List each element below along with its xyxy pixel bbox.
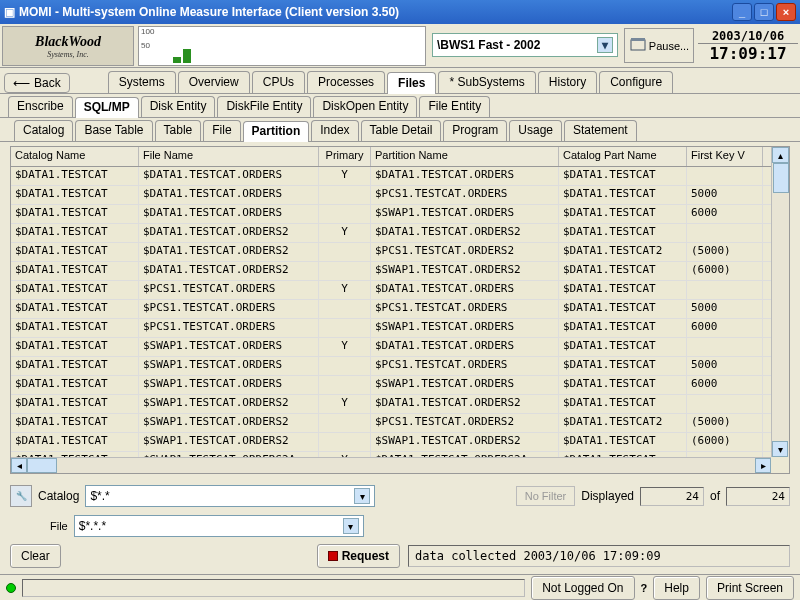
no-filter-button[interactable]: No Filter xyxy=(516,486,576,506)
column-header[interactable]: First Key V xyxy=(687,147,763,166)
table-row[interactable]: $DATA1.TESTCAT$SWAP1.TESTCAT.ORDERSY$DAT… xyxy=(11,338,771,357)
tab-configure[interactable]: Configure xyxy=(599,71,673,93)
table-row[interactable]: $DATA1.TESTCAT$DATA1.TESTCAT.ORDERS2$PCS… xyxy=(11,243,771,262)
back-arrow-icon: ⟵ xyxy=(13,76,30,90)
status-bar xyxy=(22,579,525,597)
svg-rect-1 xyxy=(631,38,645,41)
status-led-icon xyxy=(6,583,16,593)
help-button[interactable]: Help xyxy=(653,576,700,600)
svg-rect-0 xyxy=(631,40,645,50)
table-row[interactable]: $DATA1.TESTCAT$SWAP1.TESTCAT.ORDERS$PCS1… xyxy=(11,357,771,376)
column-header[interactable]: Catalog Part Name xyxy=(559,147,687,166)
catalog-dropdown[interactable]: $*.* ▾ xyxy=(85,485,375,507)
file-dropdown[interactable]: $*.*.* ▾ xyxy=(74,515,364,537)
grid-header: Catalog NameFile NamePrimaryPartition Na… xyxy=(11,147,789,167)
bottom-bar: Not Logged On ? Help Print Screen xyxy=(0,574,800,600)
tab-history[interactable]: History xyxy=(538,71,597,93)
main-tabbar: ⟵ Back SystemsOverviewCPUsProcessesFiles… xyxy=(0,68,800,94)
stop-icon xyxy=(328,551,338,561)
table-row[interactable]: $DATA1.TESTCAT$DATA1.TESTCAT.ORDERS$SWAP… xyxy=(11,205,771,224)
table-row[interactable]: $DATA1.TESTCAT$DATA1.TESTCAT.ORDERS$PCS1… xyxy=(11,186,771,205)
vendor-logo: BlackWood Systems, Inc. xyxy=(2,26,134,66)
tab-cpus[interactable]: CPUs xyxy=(252,71,305,93)
minimize-button[interactable]: _ xyxy=(732,3,752,21)
window-title: MOMI - Multi-system Online Measure Inter… xyxy=(19,5,730,19)
chevron-down-icon[interactable]: ▾ xyxy=(354,488,370,504)
sub-tabbar: EnscribeSQL/MPDisk EntityDiskFile Entity… xyxy=(0,94,800,118)
request-button[interactable]: Request xyxy=(317,544,400,568)
subtab-file-entity[interactable]: File Entity xyxy=(419,96,490,117)
subtab2-partition[interactable]: Partition xyxy=(243,121,310,142)
horizontal-scrollbar[interactable]: ◂ ▸ xyxy=(11,457,771,473)
vertical-scrollbar[interactable]: ▴ ▾ xyxy=(771,147,789,457)
subtab2-usage[interactable]: Usage xyxy=(509,120,562,141)
subtab-diskopen-entity[interactable]: DiskOpen Entity xyxy=(313,96,417,117)
table-row[interactable]: $DATA1.TESTCAT$DATA1.TESTCAT.ORDERSY$DAT… xyxy=(11,167,771,186)
scroll-thumb-h[interactable] xyxy=(27,458,57,473)
tab--subsystems[interactable]: * SubSystems xyxy=(438,71,535,93)
tab-systems[interactable]: Systems xyxy=(108,71,176,93)
scroll-right-icon[interactable]: ▸ xyxy=(755,458,771,473)
help-question-icon[interactable]: ? xyxy=(641,582,648,594)
displayed-count: 24 xyxy=(640,487,704,506)
grid-body[interactable]: $DATA1.TESTCAT$DATA1.TESTCAT.ORDERSY$DAT… xyxy=(11,167,771,457)
column-header[interactable]: Partition Name xyxy=(371,147,559,166)
table-row[interactable]: $DATA1.TESTCAT$PCS1.TESTCAT.ORDERSY$DATA… xyxy=(11,281,771,300)
subtab2-file[interactable]: File xyxy=(203,120,240,141)
tab-files[interactable]: Files xyxy=(387,72,436,94)
pause-button[interactable]: Pause... xyxy=(624,28,694,63)
table-row[interactable]: $DATA1.TESTCAT$DATA1.TESTCAT.ORDERS2$SWA… xyxy=(11,262,771,281)
login-status-button[interactable]: Not Logged On xyxy=(531,576,634,600)
app-icon: ▣ xyxy=(4,5,15,19)
subtab2-program[interactable]: Program xyxy=(443,120,507,141)
catalog-label: Catalog xyxy=(38,489,79,503)
clear-button[interactable]: Clear xyxy=(10,544,61,568)
subtab2-table-detail[interactable]: Table Detail xyxy=(361,120,442,141)
tab-processes[interactable]: Processes xyxy=(307,71,385,93)
system-selector[interactable]: \BWS1 Fast - 2002 ▾ xyxy=(432,33,618,57)
close-button[interactable]: × xyxy=(776,3,796,21)
print-screen-button[interactable]: Print Screen xyxy=(706,576,794,600)
table-row[interactable]: $DATA1.TESTCAT$SWAP1.TESTCAT.ORDERS2$PCS… xyxy=(11,414,771,433)
table-row[interactable]: $DATA1.TESTCAT$SWAP1.TESTCAT.ORDERS$SWAP… xyxy=(11,376,771,395)
scroll-left-icon[interactable]: ◂ xyxy=(11,458,27,473)
chevron-down-icon[interactable]: ▾ xyxy=(597,37,613,53)
file-label: File xyxy=(50,520,68,532)
sub-tabbar-2: CatalogBase TableTableFilePartitionIndex… xyxy=(0,118,800,142)
titlebar: ▣ MOMI - Multi-system Online Measure Int… xyxy=(0,0,800,24)
displayed-label: Displayed xyxy=(581,489,634,503)
scroll-up-icon[interactable]: ▴ xyxy=(772,147,789,163)
data-grid: Catalog NameFile NamePrimaryPartition Na… xyxy=(10,146,790,474)
column-header[interactable]: Primary xyxy=(319,147,371,166)
table-row[interactable]: $DATA1.TESTCAT$PCS1.TESTCAT.ORDERS$PCS1.… xyxy=(11,300,771,319)
subtab-disk-entity[interactable]: Disk Entity xyxy=(141,96,216,117)
tab-overview[interactable]: Overview xyxy=(178,71,250,93)
subtab-enscribe[interactable]: Enscribe xyxy=(8,96,73,117)
scroll-thumb[interactable] xyxy=(773,163,789,193)
table-row[interactable]: $DATA1.TESTCAT$SWAP1.TESTCAT.ORDERS2Y$DA… xyxy=(11,395,771,414)
column-header[interactable]: Catalog Name xyxy=(11,147,139,166)
table-row[interactable]: $DATA1.TESTCAT$PCS1.TESTCAT.ORDERS$SWAP1… xyxy=(11,319,771,338)
back-button[interactable]: ⟵ Back xyxy=(4,73,70,93)
total-count: 24 xyxy=(726,487,790,506)
subtab-diskfile-entity[interactable]: DiskFile Entity xyxy=(217,96,311,117)
subtab-sql-mp[interactable]: SQL/MP xyxy=(75,97,139,118)
table-row[interactable]: $DATA1.TESTCAT$SWAP1.TESTCAT.ORDERS2$SWA… xyxy=(11,433,771,452)
subtab2-index[interactable]: Index xyxy=(311,120,358,141)
subtab2-table[interactable]: Table xyxy=(155,120,202,141)
status-line: data collected 2003/10/06 17:09:09 xyxy=(408,545,790,567)
tool-icon[interactable]: 🔧 xyxy=(10,485,32,507)
table-row[interactable]: $DATA1.TESTCAT$DATA1.TESTCAT.ORDERS2Y$DA… xyxy=(11,224,771,243)
column-header[interactable]: File Name xyxy=(139,147,319,166)
subtab2-statement[interactable]: Statement xyxy=(564,120,637,141)
activity-graph[interactable]: 100 50 xyxy=(138,26,426,66)
subtab2-catalog[interactable]: Catalog xyxy=(14,120,73,141)
scroll-down-icon[interactable]: ▾ xyxy=(772,441,788,457)
maximize-button[interactable]: □ xyxy=(754,3,774,21)
subtab2-base-table[interactable]: Base Table xyxy=(75,120,152,141)
clock: 2003/10/06 17:09:17 xyxy=(698,26,798,65)
chevron-down-icon[interactable]: ▾ xyxy=(343,518,359,534)
